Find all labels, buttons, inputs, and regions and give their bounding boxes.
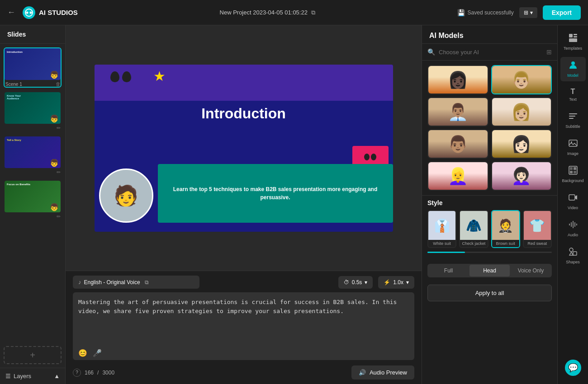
canvas-avatar: 🧑 xyxy=(99,169,153,223)
canvas-top-bar: ★ xyxy=(95,65,393,101)
style-header: Style xyxy=(427,199,552,206)
tab-voice-only[interactable]: Voice Only xyxy=(511,265,551,276)
external-link-icon[interactable]: ⧉ xyxy=(311,9,315,16)
audio-icon xyxy=(569,220,578,231)
app-logo: AI STUDIOS xyxy=(23,6,78,19)
chevron-down-icon: ▾ xyxy=(365,279,367,286)
toolbar-background[interactable]: Background xyxy=(560,162,586,187)
toolbar-text[interactable]: T Text xyxy=(560,84,586,105)
script-textarea[interactable]: Mastering the art of persuasive presenta… xyxy=(73,292,414,360)
canvas-description: Learn the top 5 techniques to make B2B s… xyxy=(167,185,384,201)
toolbar-video[interactable]: Video xyxy=(560,189,586,214)
svg-rect-4 xyxy=(574,34,577,35)
slide-edit-icon[interactable]: ✏ xyxy=(57,125,61,131)
voice-selector[interactable]: ♪ English - Original Voice ⧉ xyxy=(73,276,199,289)
microphone-icon[interactable]: 🎤 xyxy=(93,349,102,357)
templates-icon xyxy=(569,33,578,45)
slides-header: Slides xyxy=(0,25,65,44)
svg-rect-17 xyxy=(574,171,576,173)
model-paris-label: Paris (Announcer) xyxy=(428,94,488,94)
ai-panel-header: AI Models xyxy=(422,25,557,44)
video-label: Video xyxy=(568,206,578,210)
slide-label: ✏ xyxy=(5,124,61,131)
style-check-jacket[interactable]: 🧥 Check jacket xyxy=(459,210,488,248)
ai-model-daniel[interactable]: ✓ 👨🏼 Daniel (Announcer) xyxy=(491,65,552,94)
slide-thumbnail: Tell a Story 👦 xyxy=(5,136,61,168)
speed-button[interactable]: ⚡ 1.0x ▾ xyxy=(378,276,414,289)
external-link-icon: ⧉ xyxy=(145,279,149,286)
tab-head[interactable]: Head xyxy=(469,265,510,276)
filter-icon[interactable]: ⊞ xyxy=(546,48,552,56)
audio-label: Audio xyxy=(568,233,578,237)
tab-full[interactable]: Full xyxy=(428,265,469,276)
slide-label: Scene 1 🗑 xyxy=(5,80,61,87)
logo-icon xyxy=(23,6,35,19)
toolbar-audio[interactable]: Audio xyxy=(560,216,586,241)
logo-text: AI STUDIOS xyxy=(39,9,78,16)
delay-button[interactable]: ⏱ 0.5s ▾ xyxy=(338,276,373,289)
saved-status: 💾 Saved successfully xyxy=(457,9,514,16)
add-slide-button[interactable]: + xyxy=(4,346,62,364)
audio-preview-button[interactable]: 🔊 Audio Preview xyxy=(351,365,414,379)
slide-edit-icon[interactable]: ✏ xyxy=(57,169,61,175)
svg-point-19 xyxy=(569,248,573,252)
background-label: Background xyxy=(562,178,583,183)
slide-edit-icon[interactable]: ✏ xyxy=(57,214,61,220)
slide-item[interactable]: Know YourAudience 👦 ✏ xyxy=(4,91,62,132)
slide-item[interactable]: Tell a Story 👦 ✏ xyxy=(4,136,62,176)
back-button[interactable]: ← xyxy=(7,8,15,17)
slide-item[interactable]: Introduction 👦 Scene 1 🗑 xyxy=(4,47,62,88)
ai-search-input[interactable] xyxy=(439,49,543,56)
canvas-area: ★ Introduction Learn the top 5 technique… xyxy=(66,25,422,384)
style-red-sweat[interactable]: 👕 Red sweat xyxy=(523,210,552,248)
toolbar-subtitle[interactable]: Subtittle xyxy=(560,108,586,132)
layout-button[interactable]: ⊞▾ xyxy=(519,7,537,18)
text-label: Text xyxy=(569,97,577,102)
ai-model-dom[interactable]: 👨🏽 Dom xyxy=(427,129,488,159)
toolbar-templates[interactable]: Templates xyxy=(560,30,586,54)
layers-footer[interactable]: ☰ Layers ▲ xyxy=(0,368,65,384)
style-brown-suit[interactable]: 🤵 Brown suit xyxy=(491,210,520,248)
apply-to-all-button[interactable]: Apply to all xyxy=(427,285,552,301)
slide-delete-button[interactable]: 🗑 xyxy=(56,81,61,87)
ai-model-jonathan[interactable]: 👨🏽‍💼 Jonathan(Full) (Consultant) xyxy=(427,97,488,126)
audio-icon: 🔊 xyxy=(359,369,366,376)
model-dom-label: Dom xyxy=(428,158,488,159)
ai-model-paris[interactable]: 👩🏿 Paris (Announcer) xyxy=(427,65,488,94)
ai-model-cristina[interactable]: 👩🏻‍🦱 cristina (Teacher) xyxy=(491,161,552,191)
toolbar-model[interactable]: Model xyxy=(560,57,586,81)
style-check-jacket-label: Check jacket xyxy=(460,240,487,247)
style-white-suit[interactable]: 👔 White suit xyxy=(427,210,456,248)
canvas: ★ Introduction Learn the top 5 technique… xyxy=(95,65,393,232)
model-dom-thumb: 👨🏽 xyxy=(428,130,488,158)
slide-thumbnail: Know YourAudience 👦 xyxy=(5,92,61,124)
model-cristina-thumb: 👩🏻‍🦱 xyxy=(492,162,551,190)
slide-item[interactable]: Focus on Benefits 👦 ✏ xyxy=(4,180,62,220)
canvas-content-box: Learn the top 5 techniques to make B2B s… xyxy=(158,164,393,223)
model-haylyn-label: haylyn (Teacher) xyxy=(492,158,551,159)
ai-model-haylyn[interactable]: 👩🏻 haylyn (Teacher) xyxy=(491,129,552,159)
main-content: Slides Introduction 👦 Scene 1 🗑 Know You… xyxy=(0,25,588,384)
ai-model-paige[interactable]: 👩🏼 Paige xyxy=(491,97,552,126)
voice-icon: ♪ xyxy=(78,279,81,286)
svg-rect-16 xyxy=(570,171,573,173)
svg-rect-18 xyxy=(569,195,575,200)
help-icon[interactable]: ? xyxy=(73,369,81,377)
style-section: Style 👔 White suit 🧥 Check jacket xyxy=(422,195,557,260)
export-button[interactable]: Export xyxy=(543,5,581,20)
ai-models-grid: 👩🏿 Paris (Announcer) ✓ 👨🏼 Daniel (Announ… xyxy=(422,61,557,195)
ai-model-ruby[interactable]: 👱‍♀️ Ruby (Consultant) xyxy=(427,161,488,191)
model-ruby-thumb: 👱‍♀️ xyxy=(428,162,488,190)
script-container: Mastering the art of persuasive presenta… xyxy=(73,292,414,362)
chat-bubble-button[interactable]: 💬 xyxy=(565,360,581,376)
model-daniel-thumb: 👨🏼 xyxy=(492,66,551,94)
slide-thumbnail: Introduction 👦 xyxy=(5,48,61,80)
toolbar-image[interactable]: Image xyxy=(560,135,586,159)
right-toolbar: Templates Model T Text S xyxy=(557,25,588,384)
emoji-icon[interactable]: 😊 xyxy=(78,349,87,357)
model-ruby-label: Ruby (Consultant) xyxy=(428,190,488,191)
toolbar-shapes[interactable]: Shapes xyxy=(560,244,586,268)
model-paige-label: Paige xyxy=(492,126,551,126)
model-label: Model xyxy=(567,73,579,78)
model-jonathan-thumb: 👨🏽‍💼 xyxy=(428,98,488,126)
